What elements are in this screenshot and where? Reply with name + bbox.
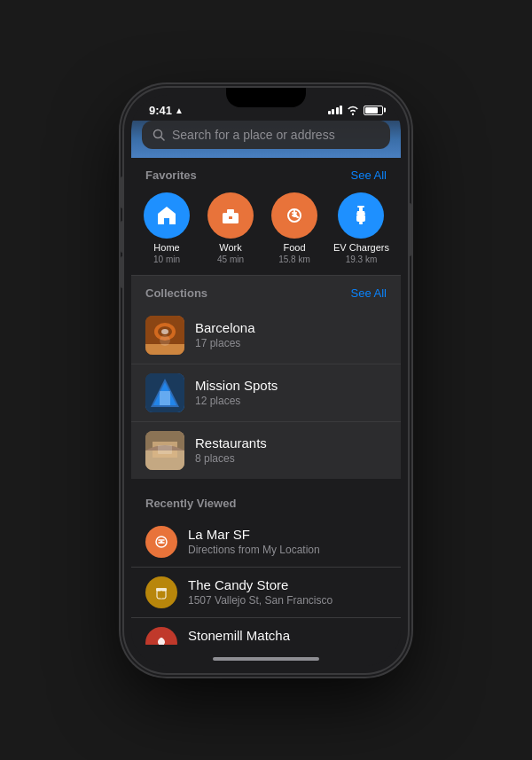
recent-matcha[interactable]: Stonemill Matcha 561 Valencia St, San Fr… — [131, 617, 401, 645]
svg-rect-21 — [160, 391, 170, 405]
svg-rect-9 — [359, 222, 363, 224]
mission-thumb — [145, 373, 184, 412]
search-icon — [153, 129, 165, 141]
mission-name: Mission Spots — [195, 378, 387, 393]
fav-food-icon — [271, 192, 317, 239]
collections-header: Collections See All — [131, 276, 401, 307]
recently-viewed-header: Recently Viewed — [131, 486, 401, 517]
recent-lamar[interactable]: La Mar SF Directions from My Location — [131, 517, 401, 567]
location-icon: ▲ — [175, 106, 184, 115]
svg-rect-7 — [359, 208, 363, 211]
svg-rect-6 — [357, 206, 364, 208]
svg-point-5 — [293, 214, 296, 217]
restaurants-thumb — [145, 431, 184, 470]
svg-point-27 — [160, 540, 163, 543]
fav-home-icon — [144, 192, 190, 239]
fav-home-sublabel: 10 min — [153, 255, 180, 264]
fav-work-sublabel: 45 min — [217, 255, 244, 264]
mission-count: 12 places — [195, 395, 387, 407]
matcha-icon — [145, 627, 177, 645]
svg-point-15 — [161, 329, 168, 334]
status-icons — [328, 105, 384, 115]
matcha-name: Stonemill Matcha — [188, 628, 387, 643]
candy-info: The Candy Store 1507 Vallejo St, San Fra… — [188, 577, 387, 607]
fav-food-sublabel: 15.8 km — [278, 255, 310, 264]
collections-section: Collections See All — [131, 276, 401, 479]
barcelona-thumb — [145, 316, 184, 355]
favorites-row: Home 10 min Work 45 min — [131, 189, 401, 275]
content-scroll[interactable]: Favorites See All Home 10 min — [131, 158, 401, 645]
search-placeholder: Search for a place or address — [172, 128, 335, 142]
candy-detail: 1507 Vallejo St, San Francisco — [188, 594, 387, 607]
fav-ev-label: EV Chargers — [333, 242, 389, 253]
fav-ev-sublabel: 19.3 km — [346, 255, 378, 264]
fav-work-label: Work — [219, 242, 241, 253]
phone-screen: 9:41 ▲ — [131, 95, 401, 666]
candy-name: The Candy Store — [188, 577, 387, 592]
section-gap — [131, 479, 401, 486]
svg-line-1 — [161, 137, 165, 140]
favorites-header: Favorites See All — [131, 158, 401, 189]
fav-home[interactable]: Home 10 min — [142, 192, 192, 264]
lamar-detail: Directions from My Location — [188, 544, 387, 556]
barcelona-count: 17 places — [195, 337, 387, 349]
lamar-icon — [145, 526, 177, 558]
search-bar[interactable]: Search for a place or address — [142, 121, 390, 149]
candy-icon — [145, 576, 177, 608]
fav-ev-icon — [338, 192, 384, 239]
barcelona-info: Barcelona 17 places — [195, 320, 387, 349]
fav-ev[interactable]: EV Chargers 19.3 km — [333, 192, 389, 264]
map-area: Search for a place or address — [131, 121, 401, 158]
collection-restaurants[interactable]: Restaurants 8 places — [131, 421, 401, 479]
recent-candy[interactable]: The Candy Store 1507 Vallejo St, San Fra… — [131, 567, 401, 617]
restaurants-info: Restaurants 8 places — [195, 435, 387, 465]
favorites-title: Favorites — [145, 168, 197, 182]
matcha-info: Stonemill Matcha 561 Valencia St, San Fr… — [188, 628, 387, 645]
fav-home-label: Home — [153, 242, 179, 253]
restaurants-name: Restaurants — [195, 435, 387, 451]
collections-title: Collections — [145, 286, 207, 300]
favorites-section: Favorites See All Home 10 min — [131, 158, 401, 275]
home-indicator — [131, 645, 401, 666]
notch — [226, 88, 306, 107]
restaurants-count: 8 places — [195, 452, 387, 465]
svg-rect-3 — [229, 216, 232, 219]
status-time: 9:41 — [149, 104, 172, 117]
svg-rect-25 — [158, 445, 172, 454]
battery-icon — [364, 106, 383, 115]
fav-food-label: Food — [283, 242, 305, 253]
recently-viewed-title: Recently Viewed — [145, 497, 236, 510]
favorites-see-all[interactable]: See All — [351, 168, 387, 182]
mission-info: Mission Spots 12 places — [195, 378, 387, 407]
collection-barcelona[interactable]: Barcelona 17 places — [131, 307, 401, 364]
lamar-info: La Mar SF Directions from My Location — [188, 527, 387, 556]
phone-device: 9:41 ▲ — [124, 88, 408, 673]
svg-point-17 — [160, 335, 170, 346]
fav-food[interactable]: Food 15.8 km — [270, 192, 319, 264]
lamar-name: La Mar SF — [188, 527, 387, 542]
collection-mission[interactable]: Mission Spots 12 places — [131, 364, 401, 421]
recently-viewed-section: Recently Viewed La Mar SF Directions fro… — [131, 486, 401, 645]
home-bar — [213, 657, 319, 661]
barcelona-name: Barcelona — [195, 320, 387, 335]
wifi-icon — [347, 105, 359, 115]
fav-work[interactable]: Work 45 min — [206, 192, 255, 264]
signal-icon — [328, 106, 343, 114]
collections-see-all[interactable]: See All — [351, 286, 387, 300]
fav-work-icon — [207, 192, 254, 239]
